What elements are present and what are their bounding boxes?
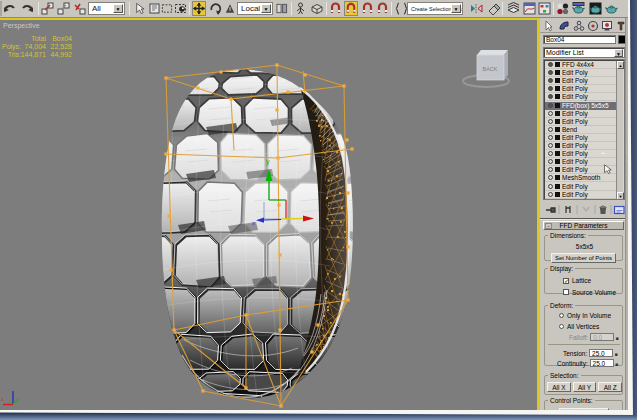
svg-text:x: x: [1, 396, 4, 402]
svg-text:y: y: [266, 158, 270, 166]
svg-text:x: x: [252, 220, 255, 226]
svg-text:BACK: BACK: [483, 66, 498, 72]
